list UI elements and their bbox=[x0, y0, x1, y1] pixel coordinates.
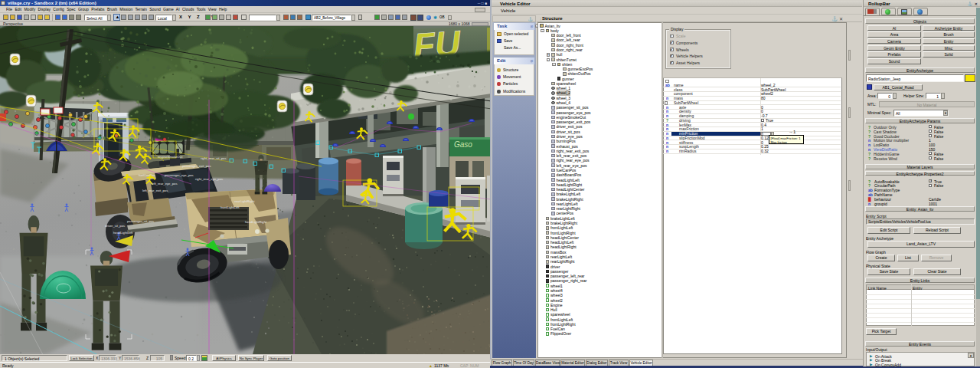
svg-text:left_rear_exit_pos: left_rear_exit_pos bbox=[142, 189, 168, 192]
svg-text:engineSmokeOut: engineSmokeOut bbox=[158, 155, 183, 159]
svg-text:passenger_exit_pos: passenger_exit_pos bbox=[182, 164, 211, 168]
svg-text:right_rear_sit_pos: right_rear_sit_pos bbox=[201, 156, 227, 160]
svg-text:frontLightLeft: frontLightLeft bbox=[220, 205, 240, 209]
svg-text:passenger_eye_pos: passenger_eye_pos bbox=[165, 173, 194, 177]
svg-text:right_rear_eye_pos: right_rear_eye_pos bbox=[195, 177, 223, 181]
svg-text:fuelCanPos: fuelCanPos bbox=[139, 173, 155, 177]
svg-text:headLightLeft: headLightLeft bbox=[113, 231, 133, 235]
svg-text:passenger_sit_pos: passenger_sit_pos bbox=[127, 219, 154, 223]
svg-text:rearLightRight: rearLightRight bbox=[234, 199, 255, 203]
svg-text:Gaso: Gaso bbox=[454, 140, 472, 149]
svg-text:headLightRight: headLightRight bbox=[245, 220, 267, 224]
svg-text:driver_sit_pos: driver_sit_pos bbox=[105, 224, 125, 228]
svg-text:left_rear_eye_pos: left_rear_eye_pos bbox=[152, 182, 178, 186]
